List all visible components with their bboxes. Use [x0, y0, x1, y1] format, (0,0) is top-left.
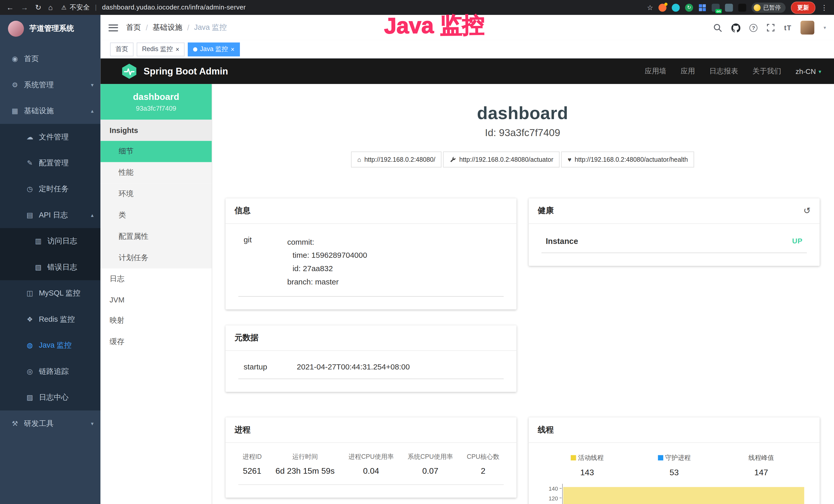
- home-icon[interactable]: ⌂: [48, 3, 53, 12]
- sidebar-item-error-logs[interactable]: ▧ 错误日志: [0, 254, 101, 280]
- startup-value: 2021-04-27T00:44:31.254+08:00: [297, 363, 410, 371]
- sidebar-item-trace[interactable]: ◎ 链路追踪: [0, 359, 101, 384]
- sidebar-item-file-management[interactable]: ☁ 文件管理: [0, 124, 101, 150]
- address-bar[interactable]: ⚠ 不安全 | dashboard.yudao.iocoder.cn/infra…: [61, 3, 246, 12]
- tab-redis-monitor[interactable]: Redis 监控 ×: [137, 42, 184, 56]
- tick-mark: [559, 488, 562, 489]
- tab-java-monitor[interactable]: Java 监控 ×: [188, 42, 240, 56]
- sba-item-caches[interactable]: 缓存: [101, 331, 212, 352]
- sidebar-item-dev-tools[interactable]: ⚒ 研发工具 ▾: [0, 411, 101, 436]
- sba-app-header[interactable]: dashboard 93a3fc7f7409: [101, 84, 212, 120]
- sba-item-details[interactable]: 细节: [101, 141, 212, 162]
- sba-item-mappings[interactable]: 映射: [101, 310, 212, 331]
- avatar-caret-icon[interactable]: ▾: [824, 25, 826, 30]
- sba-item-scheduled-tasks[interactable]: 计划任务: [101, 247, 212, 269]
- sba-item-config-props[interactable]: 配置属性: [101, 226, 212, 247]
- threads-card: 线程 活动线程 143: [529, 417, 820, 504]
- search-icon[interactable]: [713, 23, 722, 32]
- card-title: 元数据: [235, 333, 258, 343]
- breadcrumb-infrastructure[interactable]: 基础设施: [153, 23, 182, 32]
- sba-item-logging[interactable]: 日志: [101, 269, 212, 290]
- hamburger-icon[interactable]: [108, 24, 118, 31]
- sba-nav-about[interactable]: 关于我们: [752, 67, 781, 76]
- sba-item-classes[interactable]: 类: [101, 205, 212, 226]
- chevron-down-icon: ▾: [91, 420, 93, 427]
- instance-url-button[interactable]: ⌂ http://192.168.0.2:48080/: [351, 152, 441, 167]
- git-key: git: [238, 235, 287, 289]
- chevron-up-icon: ▴: [91, 212, 93, 218]
- browser-menu-icon[interactable]: ⋮: [821, 3, 828, 11]
- sba-item-jvm[interactable]: JVM: [101, 290, 212, 310]
- proxy-extension-icon[interactable]: on: [712, 3, 720, 11]
- sba-brand-title[interactable]: Spring Boot Admin: [144, 66, 228, 77]
- sidebar-item-java-monitor[interactable]: ◍ Java 监控: [0, 332, 101, 358]
- sidebar-item-label: 首页: [24, 54, 39, 63]
- github-icon[interactable]: [731, 23, 741, 32]
- profile-paused-badge[interactable]: 已暂停: [751, 2, 786, 12]
- sba-nav-applications[interactable]: 应用: [681, 67, 695, 76]
- leaf-extension-icon[interactable]: [725, 3, 733, 11]
- locale-selector[interactable]: zh-CN ▾: [795, 67, 821, 75]
- actuator-url: http://192.168.0.2:48080/actuator: [459, 156, 553, 163]
- startup-key: startup: [238, 363, 297, 371]
- legend-value: 53: [631, 468, 718, 477]
- main-column: 首页 / 基础设施 / Java 监控 ?: [101, 15, 834, 504]
- drop-extension-icon[interactable]: [672, 3, 680, 11]
- user-avatar[interactable]: [801, 21, 815, 35]
- fox-extension-icon[interactable]: [659, 3, 666, 11]
- forward-icon[interactable]: →: [21, 3, 28, 12]
- sidebar-item-api-logs[interactable]: ▤ API 日志 ▴: [0, 202, 101, 228]
- puzzle-extension-icon[interactable]: [738, 3, 746, 11]
- security-warning-icon: ⚠: [61, 4, 67, 11]
- back-icon[interactable]: ←: [6, 3, 14, 12]
- sba-nav-wallboard[interactable]: 应用墙: [645, 67, 666, 76]
- stat-value: 2: [467, 466, 499, 476]
- health-instance-row[interactable]: Instance UP: [542, 232, 807, 253]
- process-card: 进程 进程ID 5261 运行时间: [225, 417, 517, 498]
- info-card-header: 信息: [225, 198, 517, 224]
- sba-nav-journal[interactable]: 日志报表: [709, 67, 738, 76]
- sync-extension-icon[interactable]: ↻: [685, 3, 693, 11]
- sidebar-item-system-management[interactable]: ⚙ 系统管理 ▾: [0, 72, 101, 98]
- trace-icon: ◎: [25, 367, 34, 375]
- git-commit-label: commit:: [287, 235, 367, 249]
- clock-icon: ◷: [25, 185, 34, 193]
- overview-cards: 信息 git commit: time: 1596289704000 id: 2…: [225, 198, 820, 504]
- text-size-icon[interactable]: tT: [784, 24, 792, 31]
- bookmark-star-icon[interactable]: ☆: [647, 3, 653, 11]
- sidebar-item-mysql-monitor[interactable]: ◫ MySQL 监控: [0, 280, 101, 306]
- sba-logo-icon: [121, 63, 138, 79]
- sba-item-environment[interactable]: 环境: [101, 183, 212, 205]
- sidebar-item-access-logs[interactable]: ▥ 访问日志: [0, 228, 101, 254]
- close-tab-icon[interactable]: ×: [231, 46, 235, 52]
- git-branch: branch: master: [287, 275, 367, 289]
- home-icon: ⌂: [357, 156, 361, 163]
- health-url-button[interactable]: ♥ http://192.168.0.2:48080/actuator/heal…: [561, 152, 694, 167]
- instance-links: ⌂ http://192.168.0.2:48080/ http://192.1…: [225, 152, 820, 167]
- database-icon: ◫: [25, 289, 34, 297]
- sidebar-item-label: 日志中心: [39, 393, 69, 402]
- sidebar-item-redis-monitor[interactable]: ❖ Redis 监控: [0, 306, 101, 332]
- sidebar-item-infrastructure[interactable]: ▦ 基础设施 ▴: [0, 98, 101, 124]
- grid-extension-icon[interactable]: [698, 3, 706, 11]
- actuator-url-button[interactable]: http://192.168.0.2:48080/actuator: [443, 152, 560, 167]
- fullscreen-icon[interactable]: [766, 23, 775, 32]
- sba-insights-group-label[interactable]: Insights: [101, 120, 212, 141]
- chrome-update-button[interactable]: 更新: [791, 1, 815, 14]
- sidebar-item-config-management[interactable]: ✎ 配置管理: [0, 150, 101, 176]
- breadcrumb-home[interactable]: 首页: [126, 23, 141, 32]
- access-log-icon: ▥: [34, 237, 43, 245]
- sba-main: dashboard Id: 93a3fc7f7409 ⌂ http://192.…: [212, 84, 834, 504]
- sidebar-item-scheduled-jobs[interactable]: ◷ 定时任务: [0, 176, 101, 202]
- admin-sidebar: 芋道管理系统 ◉ 首页 ⚙ 系统管理 ▾ ▦ 基础设施 ▴: [0, 15, 101, 504]
- tab-home[interactable]: 首页: [110, 42, 134, 56]
- close-tab-icon[interactable]: ×: [175, 46, 179, 52]
- health-url: http://192.168.0.2:48080/actuator/health: [575, 156, 688, 163]
- sidebar-item-log-center[interactable]: ▨ 日志中心: [0, 384, 101, 410]
- reload-icon[interactable]: ↻: [35, 3, 41, 12]
- breadcrumb: 首页 / 基础设施 / Java 监控: [126, 23, 227, 32]
- sidebar-item-home[interactable]: ◉ 首页: [0, 46, 101, 72]
- history-icon[interactable]: ↺: [804, 206, 811, 216]
- sba-item-performance[interactable]: 性能: [101, 162, 212, 184]
- help-icon[interactable]: ?: [749, 24, 758, 31]
